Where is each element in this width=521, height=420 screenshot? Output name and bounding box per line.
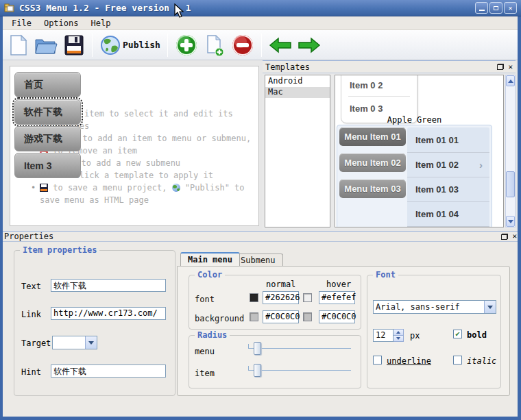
dropdown-button[interactable] xyxy=(484,301,496,313)
preview-menu-item-4[interactable]: Item 3 xyxy=(14,153,81,178)
px-unit-label: px xyxy=(410,331,420,341)
minimize-button[interactable] xyxy=(475,2,488,14)
open-button[interactable] xyxy=(32,32,60,58)
font-normal-swatch[interactable] xyxy=(250,293,258,302)
window-border-right xyxy=(518,16,521,417)
scroll-up-icon xyxy=(508,79,513,83)
properties-title: Properties xyxy=(4,232,53,241)
toolbar-separator xyxy=(261,34,262,57)
scroll-up-button[interactable] xyxy=(506,75,515,86)
item-radius-label: item xyxy=(195,369,215,378)
globe-mini-icon xyxy=(172,184,180,192)
background-hover-swatch[interactable] xyxy=(303,312,312,321)
underline-checkbox[interactable] xyxy=(373,356,382,365)
font-size-value[interactable]: 12 xyxy=(373,329,393,342)
font-group: Font Arial, sans-serif 12 px ✔ bold unde… xyxy=(367,275,501,388)
hover-column-header: hover xyxy=(326,280,351,289)
move-right-button[interactable] xyxy=(295,32,324,58)
template-menu-column: Menu Item 01 Menu Item 02 Menu Item 03 xyxy=(339,127,407,227)
tab-submenu[interactable]: Submenu xyxy=(233,254,283,266)
publish-button[interactable]: Publish xyxy=(97,32,163,58)
minimize-icon xyxy=(479,10,485,11)
scroll-down-button[interactable] xyxy=(506,216,515,227)
template-menu-item: Menu Item 02 xyxy=(339,153,406,172)
close-icon: ✕ xyxy=(508,4,512,12)
template-submenu-item: Item 01 03 xyxy=(407,177,489,201)
help-text-segment: to save a menu project, xyxy=(48,183,172,193)
bold-checkbox[interactable]: ✔ xyxy=(453,330,462,338)
preview-menu-item-2-selected[interactable]: 软件下载 xyxy=(14,99,81,125)
tab-main-menu[interactable]: Main menu xyxy=(180,252,240,266)
new-button[interactable] xyxy=(5,32,32,58)
window-border-left xyxy=(0,16,3,417)
move-left-button[interactable] xyxy=(266,32,295,58)
template-apple-green[interactable]: Menu Item 01 Menu Item 02 Menu Item 03 I… xyxy=(337,125,492,227)
underline-label: underline xyxy=(387,356,431,366)
close-button[interactable]: ✕ xyxy=(504,2,517,14)
spin-down-button[interactable] xyxy=(393,335,403,341)
maximize-button[interactable] xyxy=(489,2,502,14)
menu-file[interactable]: File xyxy=(5,17,38,29)
template-submenu-item: Item 01 02› xyxy=(407,152,489,177)
float-panel-icon[interactable] xyxy=(501,234,508,240)
menu-preview-panel: • Click an item to select it and edit it… xyxy=(10,66,259,226)
add-submenu-button[interactable] xyxy=(201,32,228,58)
item-properties-group: Item properties Text 软件下载 Link http://ww… xyxy=(14,250,175,396)
font-hover-swatch[interactable] xyxy=(303,293,312,302)
slider-handle[interactable] xyxy=(254,342,261,355)
float-panel-icon[interactable] xyxy=(497,64,504,70)
italic-checkbox[interactable] xyxy=(453,356,462,365)
normal-column-header: normal xyxy=(266,280,295,289)
item-radius-slider[interactable] xyxy=(248,363,351,378)
template-menu-item: Menu Item 01 xyxy=(339,127,406,146)
slider-track xyxy=(248,370,351,371)
remove-item-button[interactable] xyxy=(228,32,257,58)
menu-help[interactable]: Help xyxy=(84,17,117,29)
preview-menu-item-3[interactable]: 游戏下载 xyxy=(14,126,81,151)
template-list-item-mac[interactable]: Mac xyxy=(265,87,330,98)
font-color-label: font xyxy=(195,295,248,304)
background-normal-swatch[interactable] xyxy=(250,312,258,321)
template-menu-item: Menu Item 03 xyxy=(339,180,406,198)
hint-input[interactable]: 软件下载 xyxy=(51,365,166,378)
close-panel-icon[interactable]: ✕ xyxy=(512,233,517,240)
spin-up-button[interactable] xyxy=(393,330,403,335)
template-submenu-item-hover: Item 01 05 xyxy=(407,226,489,227)
preview-menu-item-1[interactable]: 首页 xyxy=(14,72,81,97)
bullet: • xyxy=(31,182,36,194)
menu-options[interactable]: Options xyxy=(38,17,85,29)
text-input[interactable]: 软件下载 xyxy=(51,279,166,292)
toolbar-separator xyxy=(167,34,168,57)
close-panel-icon[interactable]: ✕ xyxy=(508,64,513,71)
scrollbar-thumb[interactable] xyxy=(506,171,515,197)
save-button[interactable] xyxy=(60,32,88,58)
font-family-select[interactable]: Arial, sans-serif xyxy=(373,300,496,314)
background-normal-color-input[interactable]: #C0C0C0 xyxy=(263,310,299,323)
spin-up-icon xyxy=(396,331,400,334)
target-select[interactable] xyxy=(52,336,97,349)
background-hover-color-input[interactable]: #C0C0C0 xyxy=(319,310,355,323)
link-input[interactable]: http://www.cr173.com/ xyxy=(51,307,166,320)
slider-handle[interactable] xyxy=(254,364,261,377)
add-item-button[interactable] xyxy=(172,32,201,58)
toolbar: Publish xyxy=(0,30,521,60)
template-item: Item 0 2 xyxy=(341,75,417,96)
template-preview-area[interactable]: Item 0 2 Item 0 3 Apple Green Menu Item … xyxy=(335,75,504,227)
font-size-stepper[interactable]: 12 xyxy=(373,329,404,342)
toolbar-separator xyxy=(92,34,93,57)
app-icon xyxy=(4,3,15,13)
chevron-down-icon xyxy=(88,341,94,345)
dropdown-button[interactable] xyxy=(85,336,97,349)
text-label: Text xyxy=(21,282,41,291)
publish-globe-icon xyxy=(99,34,121,56)
font-hover-color-input[interactable]: #efefef xyxy=(319,291,355,304)
submenu-item-label: Item 01 02 xyxy=(415,160,459,170)
publish-label: Publish xyxy=(123,40,160,50)
target-label: Target xyxy=(21,338,51,348)
font-normal-color-input[interactable]: #262626 xyxy=(263,291,299,304)
bold-label: bold xyxy=(467,330,487,340)
template-list-item-android[interactable]: Android xyxy=(265,76,330,87)
templates-scrollbar[interactable] xyxy=(505,75,516,227)
menu-radius-slider[interactable] xyxy=(248,341,351,356)
arrow-left-icon xyxy=(269,36,292,54)
